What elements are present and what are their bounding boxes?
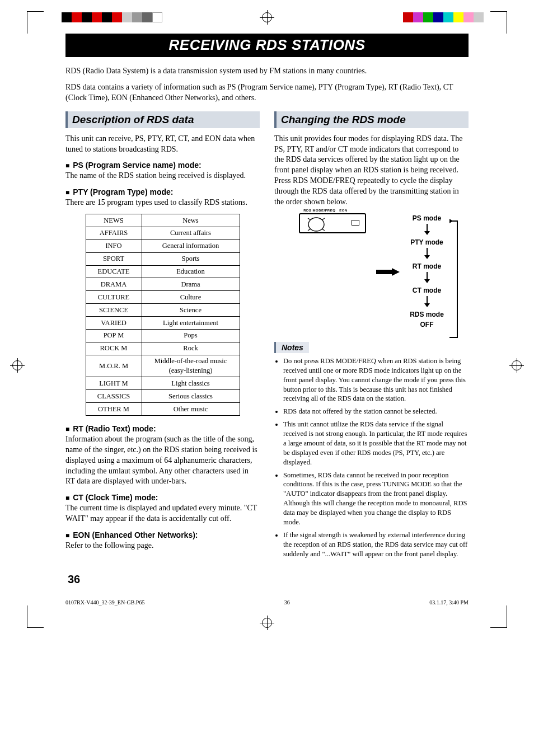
table-row: DRAMADrama	[86, 278, 240, 291]
step-ct: CT mode	[413, 287, 441, 294]
pty-desc: Light entertainment	[142, 317, 240, 330]
page-number: 36	[65, 573, 469, 586]
table-row: SPORTSports	[86, 252, 240, 265]
table-row: CULTURECulture	[86, 291, 240, 304]
table-row: POP MPops	[86, 329, 240, 342]
crop-mark	[490, 11, 507, 34]
footer: 0107RX-V440_32-39_EN-GB.P65 36 03.1.17, …	[65, 599, 469, 605]
pty-code: LIGHT M	[86, 377, 142, 390]
pty-desc: Culture	[142, 291, 240, 304]
mode-heading-pty: PTY (Program Type) mode:	[65, 187, 260, 198]
table-row: OTHER MOther music	[86, 403, 240, 416]
pty-code: M.O.R. M	[86, 355, 142, 377]
svg-marker-5	[424, 255, 430, 259]
mode-heading-ps: PS (Program Service name) mode:	[65, 160, 260, 171]
crop-mark	[27, 11, 44, 34]
page-content: RECEIVING RDS STATIONS RDS (Radio Data S…	[65, 34, 469, 586]
registration-mark-icon	[260, 10, 274, 25]
pty-code: CLASSICS	[86, 390, 142, 403]
table-row: INFOGeneral information	[86, 240, 240, 252]
pty-code: VARIED	[86, 317, 142, 330]
pty-desc: Rock	[142, 342, 240, 355]
front-panel-icon: RDS MODE/FREQ EON	[299, 213, 366, 233]
arrow-down-icon	[424, 248, 430, 261]
registration-top	[0, 0, 534, 34]
pty-desc: Current affairs	[142, 227, 240, 240]
mode-heading-eon: EON (Enhanced Other Networks):	[65, 530, 260, 541]
notes-list: Do not press RDS MODE/FREQ when an RDS s…	[274, 356, 469, 559]
registration-mark-icon	[260, 616, 274, 630]
arrow-right-icon	[376, 268, 400, 276]
step-pty: PTY mode	[410, 238, 443, 246]
panel-label-eon: EON	[339, 209, 348, 212]
arrow-down-icon	[424, 296, 430, 309]
table-row: M.O.R. MMiddle-of-the-road music (easy-l…	[86, 355, 240, 377]
pty-code: AFFAIRS	[86, 227, 142, 240]
intro-text: RDS (Radio Data System) is a data transm…	[65, 66, 469, 104]
pty-desc: Light classics	[142, 377, 240, 390]
pty-table: NEWSNewsAFFAIRSCurrent affairsINFOGenera…	[86, 214, 240, 416]
pty-desc: Middle-of-the-road music (easy-listening…	[142, 355, 240, 377]
pty-desc: News	[142, 214, 240, 227]
table-row: NEWSNews	[86, 214, 240, 227]
mode-heading-rt: RT (Radio Text) mode:	[65, 424, 260, 434]
svg-marker-7	[424, 279, 430, 283]
step-off-a: RDS mode	[410, 311, 444, 318]
eon-box-icon	[352, 220, 359, 226]
pty-desc: Science	[142, 304, 240, 317]
pty-desc: Education	[142, 265, 240, 278]
pty-desc: Pops	[142, 329, 240, 342]
step-ps: PS mode	[413, 214, 441, 222]
step-rt: RT mode	[413, 262, 441, 270]
arrow-down-icon	[424, 272, 430, 285]
mode-desc-ps: The name of the RDS station being receiv…	[65, 171, 260, 181]
pty-desc: Sports	[142, 252, 240, 265]
svg-marker-9	[424, 303, 430, 307]
table-row: VARIEDLight entertainment	[86, 317, 240, 330]
pty-desc: Other music	[142, 403, 240, 416]
pty-desc: Serious classics	[142, 390, 240, 403]
svg-marker-3	[424, 231, 430, 235]
notes-heading: Notes	[274, 342, 309, 353]
table-row: SCIENCEScience	[86, 304, 240, 317]
registration-mark-icon	[509, 358, 524, 373]
section-lead: This unit provides four modes for displa…	[274, 134, 469, 208]
pty-desc: Drama	[142, 278, 240, 291]
list-item: Do not press RDS MODE/FREQ when an RDS s…	[283, 356, 469, 403]
footer-page: 36	[284, 599, 290, 605]
section-heading-changing: Changing the RDS mode	[274, 111, 469, 128]
right-column: Changing the RDS mode This unit provides…	[274, 109, 469, 562]
pty-code: NEWS	[86, 214, 142, 227]
registration-bottom	[0, 605, 534, 639]
pty-code: SPORT	[86, 252, 142, 265]
intro-paragraph: RDS data contains a variety of informati…	[65, 82, 469, 104]
list-item: This unit cannot utilize the RDS data se…	[283, 420, 469, 467]
table-row: AFFAIRSCurrent affairs	[86, 227, 240, 240]
mode-desc-pty: There are 15 program types used to class…	[65, 198, 260, 208]
mode-flow-diagram: RDS MODE/FREQ EON PS mode PT	[274, 213, 469, 330]
panel-label-mode: RDS MODE/FREQ	[303, 209, 335, 212]
footer-timestamp: 03.1.17, 3:40 PM	[429, 599, 469, 605]
mode-steps-list: PS mode PTY mode RT mode CT mode RDS mod…	[410, 213, 444, 330]
pty-code: DRAMA	[86, 278, 142, 291]
crop-mark	[490, 605, 507, 628]
footer-filename: 0107RX-V440_32-39_EN-GB.P65	[65, 599, 144, 605]
pty-code: CULTURE	[86, 291, 142, 304]
pty-code: INFO	[86, 240, 142, 252]
pty-code: POP M	[86, 329, 142, 342]
loop-arrow-icon	[447, 218, 460, 341]
list-item: RDS data not offered by the station cann…	[283, 407, 469, 416]
pty-desc: General information	[142, 240, 240, 252]
list-item: If the signal strength is weakened by ex…	[283, 530, 469, 559]
svg-marker-1	[376, 268, 400, 276]
table-row: LIGHT MLight classics	[86, 377, 240, 390]
pty-code: ROCK M	[86, 342, 142, 355]
arrow-down-icon	[424, 224, 430, 237]
pty-code: EDUCATE	[86, 265, 142, 278]
intro-paragraph: RDS (Radio Data System) is a data transm…	[65, 66, 469, 77]
registration-mark-icon	[10, 358, 25, 373]
color-bars	[403, 12, 484, 22]
crop-mark	[27, 605, 44, 628]
page-title-banner: RECEIVING RDS STATIONS	[65, 34, 469, 57]
pty-code: OTHER M	[86, 403, 142, 416]
